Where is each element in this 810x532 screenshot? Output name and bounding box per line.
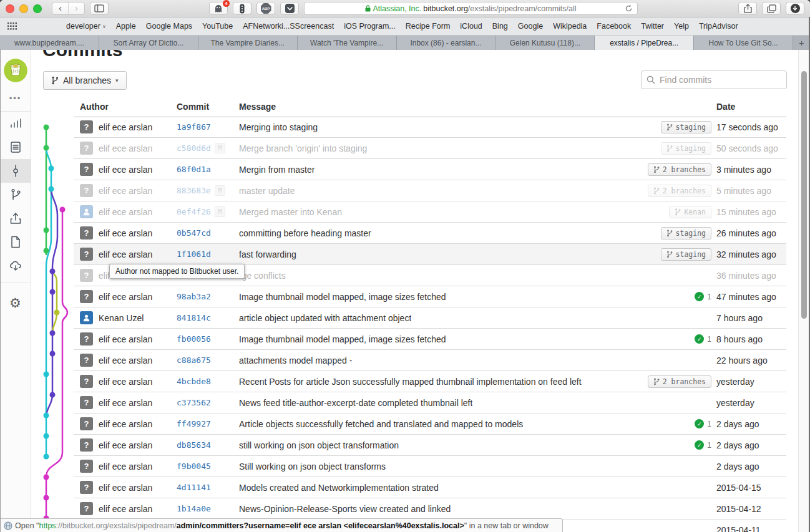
commit-message[interactable]: Recent Posts for article Json successful…: [239, 371, 582, 392]
commit-author[interactable]: elif ece arslan: [99, 117, 152, 137]
bookmark-item[interactable]: Twitter: [641, 22, 664, 31]
commit-author[interactable]: elif ece arslan: [99, 435, 152, 455]
commit-message[interactable]: Article objects successfully fetched and…: [239, 414, 523, 434]
bookmark-item[interactable]: Wikipedia: [553, 22, 587, 31]
reload-button[interactable]: [625, 4, 633, 14]
pocket-extension-button[interactable]: [280, 2, 299, 15]
commit-hash-link[interactable]: 841814c: [177, 313, 211, 322]
commit-author[interactable]: Kenan Uzel: [99, 307, 144, 328]
commit-hash-link[interactable]: fb00056: [177, 334, 211, 344]
commit-message[interactable]: rge conflicts: [239, 265, 286, 286]
adblock-plus-extension-button[interactable]: ABP: [256, 2, 275, 15]
browser-tab[interactable]: The Vampire Diaries...: [198, 36, 298, 50]
find-commits-input[interactable]: [641, 70, 787, 89]
commit-hash-link[interactable]: 1a9f867: [177, 122, 211, 132]
bookmark-item[interactable]: Google Maps: [146, 22, 192, 31]
commit-hash-link[interactable]: 0b547cd: [177, 228, 211, 238]
bookmark-item[interactable]: Apple: [116, 22, 136, 31]
branch-badge[interactable]: Kenan: [669, 206, 711, 218]
commit-hash-link[interactable]: 68f0d1a: [177, 165, 211, 174]
commit-message[interactable]: News-Opinion-Release-Sports view created…: [239, 498, 451, 519]
branch-selector-button[interactable]: All branches ▾: [43, 71, 127, 90]
browser-tab[interactable]: Inbox (86) - earslan...: [397, 36, 496, 50]
commit-hash-link[interactable]: 1f1061d: [177, 249, 211, 259]
share-button[interactable]: [738, 2, 757, 15]
browser-tab[interactable]: Watch 'The Vampire...: [298, 36, 397, 50]
tab-overview-button[interactable]: [762, 2, 781, 15]
commit-message[interactable]: Merged master into Kenan: [239, 201, 342, 222]
commit-hash-link[interactable]: 1b14a0e: [177, 504, 211, 513]
bookmark-item[interactable]: iOS Program...: [344, 22, 396, 31]
commit-message[interactable]: committing before heading master: [239, 223, 371, 243]
frequently-visited-grid-icon[interactable]: [7, 22, 17, 32]
branch-badge[interactable]: 2 branches: [648, 185, 711, 197]
commit-hash-link[interactable]: 4bcbde8: [177, 377, 211, 386]
commit-message[interactable]: article object updated with attachment o…: [239, 307, 411, 328]
commit-author[interactable]: elif ece arslan: [99, 201, 152, 222]
commit-hash-link[interactable]: db85634: [177, 440, 211, 450]
commit-hash-link[interactable]: 883683e: [177, 186, 211, 195]
commit-hash-link[interactable]: 0ef4f26: [177, 207, 211, 216]
commit-message[interactable]: Merging into staging: [239, 117, 318, 137]
commit-message[interactable]: Image thumbnail model mapped, image size…: [239, 286, 446, 307]
commit-author[interactable]: elif ece arslan: [99, 180, 152, 201]
commit-author[interactable]: elif ece arslan: [99, 456, 152, 476]
commit-message[interactable]: master update: [239, 180, 295, 201]
commit-message[interactable]: Image thumbnail model mapped, image size…: [239, 329, 446, 349]
more-icon[interactable]: •••: [9, 94, 22, 106]
back-button[interactable]: ‹: [52, 2, 68, 14]
bookmark-item[interactable]: YouTube: [202, 22, 233, 31]
commit-author[interactable]: elif ece arslan: [99, 477, 152, 498]
commit-message[interactable]: Models created and Networkimplementation…: [239, 477, 439, 498]
commit-author[interactable]: elif ece arslan: [99, 223, 152, 243]
ghostery-extension-button[interactable]: 4: [209, 2, 228, 15]
branch-badge[interactable]: staging: [661, 227, 711, 239]
branch-badge[interactable]: 2 branches: [648, 163, 711, 176]
new-tab-button[interactable]: +: [793, 36, 810, 50]
bookmark-item[interactable]: Yelp: [674, 22, 689, 31]
commit-author[interactable]: elif ece arslan: [99, 371, 152, 392]
commit-message[interactable]: Still working on json object transforms: [239, 456, 386, 476]
browser-tab[interactable]: exstalis / PipeDrea...: [595, 36, 694, 50]
commit-author[interactable]: elif ece arslan: [99, 498, 152, 519]
commit-hash-link[interactable]: c373562: [177, 398, 211, 407]
branch-badge[interactable]: staging: [661, 142, 711, 155]
bookmark-item[interactable]: Recipe Form: [406, 22, 451, 31]
commit-author[interactable]: elif ece arslan: [99, 329, 152, 349]
sidebar-item-downloads[interactable]: [0, 254, 31, 278]
bookmark-item[interactable]: Google: [518, 22, 543, 31]
commit-author[interactable]: elif ece arslan: [99, 159, 152, 180]
commit-hash-link[interactable]: c580d6d: [177, 143, 211, 153]
minimize-window-button[interactable]: [19, 4, 28, 13]
commit-author[interactable]: elif ece arslan: [99, 350, 152, 370]
commit-message[interactable]: Merge branch 'origin' into staging: [239, 138, 367, 158]
browser-tab[interactable]: www.bupipedream....: [0, 36, 99, 50]
commit-author[interactable]: elif ece arslan: [99, 286, 152, 307]
build-status[interactable]: ✓1: [695, 440, 711, 450]
commit-message[interactable]: News feed title-author-excerpt-date comp…: [239, 392, 472, 413]
commit-message[interactable]: attachments model mapped -: [239, 350, 352, 370]
forward-button[interactable]: ›: [68, 2, 84, 14]
branch-badge[interactable]: 2 branches: [648, 375, 711, 388]
bookmark-item[interactable]: iCloud: [460, 22, 482, 31]
commit-message[interactable]: still working on json object transformat…: [239, 435, 399, 455]
extension-button[interactable]: [233, 2, 251, 15]
maximize-window-button[interactable]: [33, 4, 42, 13]
sidebar-item-source[interactable]: [0, 135, 31, 159]
build-status[interactable]: ✓1: [695, 292, 711, 301]
close-window-button[interactable]: [6, 4, 14, 13]
browser-tab[interactable]: Gelen Kutusu (118)...: [495, 36, 595, 50]
bookmark-item[interactable]: TripAdvisor: [699, 22, 738, 31]
sidebar-item-commits[interactable]: [0, 159, 31, 183]
commit-author[interactable]: elif ece arslan: [99, 244, 152, 264]
sidebar-item-overview[interactable]: [0, 112, 31, 135]
branch-badge[interactable]: staging: [661, 248, 711, 261]
browser-tab[interactable]: How To Use Git So...: [694, 36, 793, 50]
commit-hash-link[interactable]: ff49927: [177, 419, 211, 428]
commit-hash-link[interactable]: f9b0045: [177, 462, 211, 471]
commit-hash-link[interactable]: c88a675: [177, 355, 211, 365]
sidebar-item-pull-requests[interactable]: [0, 206, 31, 230]
commit-hash-link[interactable]: 4d11141: [177, 483, 211, 492]
downloads-button[interactable]: [786, 2, 804, 15]
sidebar-toggle-button[interactable]: [90, 2, 109, 15]
